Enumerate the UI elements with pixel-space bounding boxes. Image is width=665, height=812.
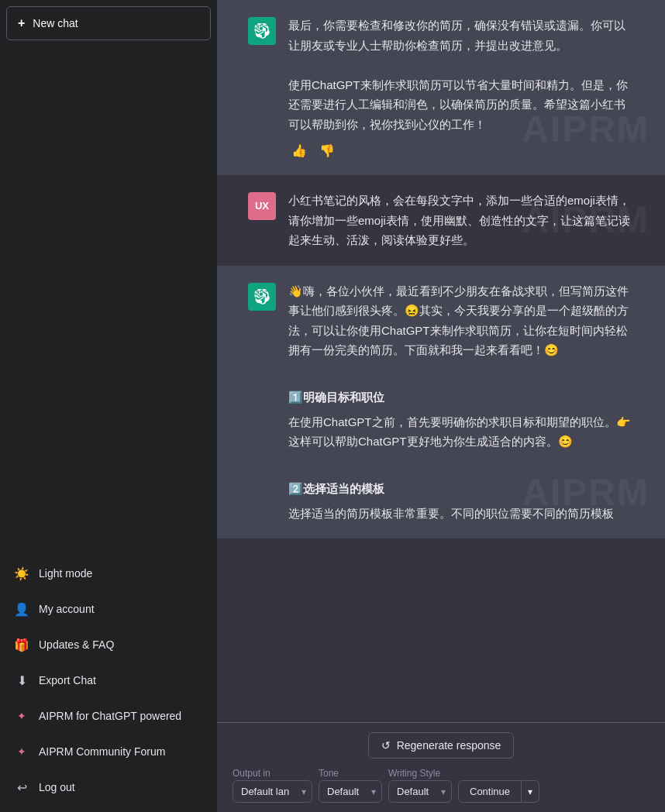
logout-icon: ↩ [14,779,29,795]
download-icon: ⬇ [14,673,29,688]
output-select-wrap: Default lan [233,780,312,803]
tone-select-wrap: Default [319,780,382,803]
sidebar-item-aiprm-community[interactable]: ✦ AIPRM Community Forum [6,735,211,769]
feedback-row: 👍 👎 [288,142,634,160]
message-1: 最后，你需要检查和修改你的简历，确保没有错误或遗漏。你可以让朋友或专业人士帮助你… [217,0,665,175]
regenerate-row: ↺ Regenerate response [233,732,649,759]
thumbs-down-button[interactable]: 👎 [316,142,338,160]
sidebar-item-label: Log out [39,781,75,793]
sun-icon: ☀️ [14,566,29,581]
gift-icon: 🎁 [14,637,29,652]
writing-style-select-wrap: Default [388,780,452,803]
bottom-controls: ↺ Regenerate response Output in Default … [217,722,665,812]
continue-label: Continue [470,786,510,797]
sidebar-item-light-mode[interactable]: ☀️ Light mode [6,556,211,590]
continue-expand-button[interactable]: ▾ [522,780,539,803]
sidebar-item-label: AIPRM for ChatGPT powered [39,710,181,722]
chat-area: 最后，你需要检查和修改你的简历，确保没有错误或遗漏。你可以让朋友或专业人士帮助你… [217,0,665,722]
plus-icon: + [18,16,25,30]
message-3: 👋嗨，各位小伙伴，最近看到不少朋友在备战求职，但写简历这件事让他们感到很头疼。😖… [217,266,665,539]
community-icon: ✦ [14,744,29,759]
sidebar-item-label: AIPRM Community Forum [39,745,165,758]
continue-section: _ Continue ▾ [458,768,539,803]
tone-select[interactable]: Default [319,780,382,803]
sidebar-item-label: Export Chat [39,674,96,686]
new-chat-label: New chat [33,17,78,29]
continue-group: Continue ▾ [458,780,539,803]
sidebar-item-label: Light mode [39,567,92,580]
regenerate-icon: ↺ [381,739,391,752]
tone-section: Tone Default [319,768,382,803]
tone-label: Tone [319,768,381,779]
output-select[interactable]: Default lan [233,780,312,803]
sidebar: + New chat ☀️ Light mode 👤 My account 🎁 … [0,0,217,812]
sidebar-item-updates-faq[interactable]: 🎁 Updates & FAQ [6,628,211,662]
writing-style-select[interactable]: Default [388,780,452,803]
message-content-1: 最后，你需要检查和修改你的简历，确保没有错误或遗漏。你可以让朋友或专业人士帮助你… [288,15,634,160]
section-title-1: 1️⃣明确目标和职位 [288,387,634,408]
sidebar-item-log-out[interactable]: ↩ Log out [6,770,211,804]
person-icon: 👤 [14,601,29,617]
output-section: Output in Default lan [233,768,312,803]
message-text-1: 最后，你需要检查和修改你的简历，确保没有错误或遗漏。你可以让朋友或专业人士帮助你… [288,15,634,134]
message-text-3: 👋嗨，各位小伙伴，最近看到不少朋友在备战求职，但写简历这件事让他们感到很头疼。😖… [288,281,634,524]
message-2: UX 小红书笔记的风格，会在每段文字中，添加一些合适的emoji表情，请你增加一… [217,175,665,266]
writing-style-section: Writing Style Default [388,768,452,803]
output-label: Output in [233,768,311,779]
sidebar-spacer [6,46,211,556]
new-chat-button[interactable]: + New chat [6,6,211,40]
controls-row: Output in Default lan Tone Default Writi… [233,768,649,803]
section-title-2: 2️⃣选择适当的模板 [288,479,634,499]
message-content-2: 小红书笔记的风格，会在每段文字中，添加一些合适的emoji表情，请你增加一些em… [288,191,634,250]
thumbs-up-button[interactable]: 👍 [288,142,310,160]
regenerate-label: Regenerate response [397,739,501,752]
aiprm-icon: ✦ [14,708,29,724]
continue-button[interactable]: Continue [458,780,522,803]
regenerate-button[interactable]: ↺ Regenerate response [368,732,515,759]
message-content-3: 👋嗨，各位小伙伴，最近看到不少朋友在备战求职，但写简历这件事让他们感到很头疼。😖… [288,281,634,524]
sidebar-item-aiprm-chatgpt[interactable]: ✦ AIPRM for ChatGPT powered [6,699,211,733]
avatar [248,17,276,45]
avatar-gpt-2 [248,283,276,311]
writing-style-label: Writing Style [388,768,450,779]
main-area: 最后，你需要检查和修改你的简历，确保没有错误或遗漏。你可以让朋友或专业人士帮助你… [217,0,665,812]
sidebar-item-export-chat[interactable]: ⬇ Export Chat [6,663,211,697]
avatar-user: UX [248,192,276,220]
sidebar-item-my-account[interactable]: 👤 My account [6,592,211,626]
sidebar-item-label: Updates & FAQ [39,638,114,651]
sidebar-item-label: My account [39,603,95,615]
message-text-2: 小红书笔记的风格，会在每段文字中，添加一些合适的emoji表情，请你增加一些em… [288,191,634,250]
